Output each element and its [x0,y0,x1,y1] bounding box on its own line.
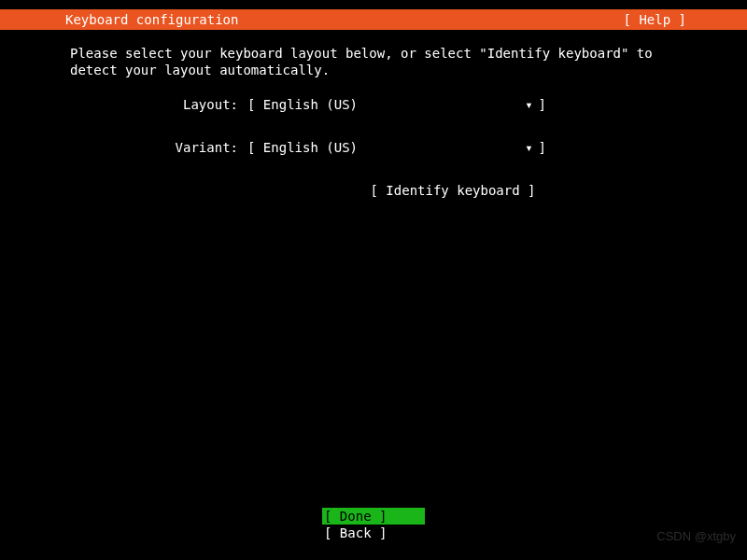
identify-keyboard-button[interactable]: [ Identify keyboard ] [229,183,677,198]
variant-dropdown[interactable]: [ English (US) ▾ ] [247,140,546,155]
variant-bracket-close: ] [539,140,546,155]
content-area: Please select your keyboard layout below… [0,30,747,207]
back-button[interactable]: [ Back ] [322,525,425,541]
page-title: Keyboard configuration [9,12,238,27]
variant-label: Variant: [154,140,247,155]
layout-bracket-close: ] [539,97,546,112]
layout-label: Layout: [154,97,247,112]
chevron-down-icon: ▾ [525,140,532,155]
layout-row: Layout: [ English (US) ▾ ] [154,97,677,112]
instruction-text: Please select your keyboard layout below… [70,45,677,78]
help-button[interactable]: [ Help ] [624,12,738,27]
footer-buttons: [ Done ] [ Back ] [0,508,747,541]
variant-value: [ English (US) [247,140,525,155]
layout-value: [ English (US) [247,97,525,112]
header-bar: Keyboard configuration [ Help ] [0,9,747,30]
watermark-text: CSDN @xtgby [656,529,736,543]
chevron-down-icon: ▾ [525,97,532,112]
layout-dropdown[interactable]: [ English (US) ▾ ] [247,97,546,112]
done-button[interactable]: [ Done ] [322,508,425,525]
variant-row: Variant: [ English (US) ▾ ] [154,140,677,155]
